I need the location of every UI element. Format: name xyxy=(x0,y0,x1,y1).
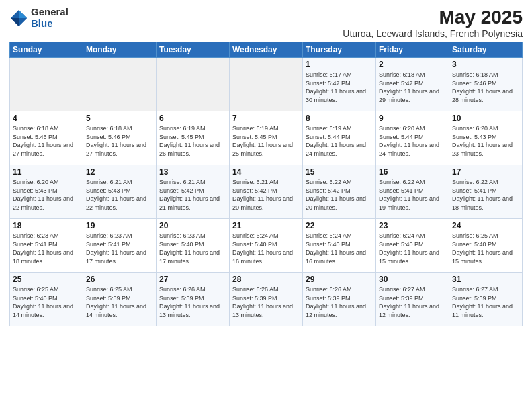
day-number: 1 xyxy=(306,60,373,69)
day-number: 26 xyxy=(86,275,153,284)
day-info: Sunrise: 6:23 AM Sunset: 5:41 PM Dayligh… xyxy=(13,232,80,265)
table-row: 22Sunrise: 6:24 AM Sunset: 5:40 PM Dayli… xyxy=(303,219,376,273)
day-info: Sunrise: 6:20 AM Sunset: 5:43 PM Dayligh… xyxy=(452,124,519,158)
day-number: 9 xyxy=(379,113,446,123)
day-info: Sunrise: 6:26 AM Sunset: 5:39 PM Dayligh… xyxy=(306,285,373,319)
table-row: 3Sunrise: 6:18 AM Sunset: 5:46 PM Daylig… xyxy=(449,58,523,111)
day-number: 4 xyxy=(13,113,80,123)
day-info: Sunrise: 6:19 AM Sunset: 5:45 PM Dayligh… xyxy=(232,124,300,158)
day-number: 19 xyxy=(86,221,153,230)
table-row: 24Sunrise: 6:25 AM Sunset: 5:40 PM Dayli… xyxy=(449,219,523,273)
day-info: Sunrise: 6:18 AM Sunset: 5:46 PM Dayligh… xyxy=(86,124,153,158)
table-row: 1Sunrise: 6:17 AM Sunset: 5:47 PM Daylig… xyxy=(303,58,376,111)
day-info: Sunrise: 6:25 AM Sunset: 5:40 PM Dayligh… xyxy=(13,285,80,319)
week-row-4: 25Sunrise: 6:25 AM Sunset: 5:40 PM Dayli… xyxy=(10,273,523,326)
day-info: Sunrise: 6:21 AM Sunset: 5:43 PM Dayligh… xyxy=(86,178,153,212)
table-row: 21Sunrise: 6:24 AM Sunset: 5:40 PM Dayli… xyxy=(230,219,303,273)
table-row: 11Sunrise: 6:20 AM Sunset: 5:43 PM Dayli… xyxy=(10,165,83,219)
day-number: 16 xyxy=(379,167,446,177)
day-info: Sunrise: 6:21 AM Sunset: 5:42 PM Dayligh… xyxy=(159,178,226,212)
day-number: 25 xyxy=(13,275,80,284)
logo-icon xyxy=(9,9,28,28)
day-info: Sunrise: 6:22 AM Sunset: 5:42 PM Dayligh… xyxy=(306,178,373,212)
day-info: Sunrise: 6:27 AM Sunset: 5:39 PM Dayligh… xyxy=(379,285,446,319)
day-info: Sunrise: 6:17 AM Sunset: 5:47 PM Dayligh… xyxy=(306,71,373,104)
page: General Blue May 2025 Uturoa, Leeward Is… xyxy=(0,0,532,411)
table-row: 6Sunrise: 6:19 AM Sunset: 5:45 PM Daylig… xyxy=(157,111,230,165)
day-info: Sunrise: 6:23 AM Sunset: 5:41 PM Dayligh… xyxy=(86,232,153,265)
table-row: 20Sunrise: 6:23 AM Sunset: 5:40 PM Dayli… xyxy=(157,219,230,273)
day-number: 30 xyxy=(379,275,446,284)
table-row: 8Sunrise: 6:19 AM Sunset: 5:44 PM Daylig… xyxy=(303,111,376,165)
table-row: 25Sunrise: 6:25 AM Sunset: 5:40 PM Dayli… xyxy=(10,273,83,326)
week-row-3: 18Sunrise: 6:23 AM Sunset: 5:41 PM Dayli… xyxy=(10,219,523,273)
day-info: Sunrise: 6:18 AM Sunset: 5:47 PM Dayligh… xyxy=(379,71,446,104)
col-wednesday: Wednesday xyxy=(230,42,303,58)
day-number: 15 xyxy=(306,167,373,177)
day-number: 12 xyxy=(86,167,153,177)
col-saturday: Saturday xyxy=(449,42,523,58)
day-info: Sunrise: 6:19 AM Sunset: 5:45 PM Dayligh… xyxy=(159,124,226,158)
day-number: 7 xyxy=(232,113,300,123)
day-number: 14 xyxy=(232,167,300,177)
day-number: 31 xyxy=(452,275,519,284)
day-info: Sunrise: 6:23 AM Sunset: 5:40 PM Dayligh… xyxy=(159,232,226,265)
svg-marker-1 xyxy=(19,10,27,18)
day-info: Sunrise: 6:26 AM Sunset: 5:39 PM Dayligh… xyxy=(159,285,226,319)
day-info: Sunrise: 6:20 AM Sunset: 5:43 PM Dayligh… xyxy=(13,178,80,212)
logo-general: General xyxy=(31,7,69,18)
table-row xyxy=(10,58,83,111)
table-row: 27Sunrise: 6:26 AM Sunset: 5:39 PM Dayli… xyxy=(157,273,230,326)
table-row: 31Sunrise: 6:27 AM Sunset: 5:39 PM Dayli… xyxy=(449,273,523,326)
table-row: 17Sunrise: 6:22 AM Sunset: 5:41 PM Dayli… xyxy=(449,165,523,219)
table-row: 29Sunrise: 6:26 AM Sunset: 5:39 PM Dayli… xyxy=(303,273,376,326)
table-row: 9Sunrise: 6:20 AM Sunset: 5:44 PM Daylig… xyxy=(376,111,449,165)
table-row: 28Sunrise: 6:26 AM Sunset: 5:39 PM Dayli… xyxy=(230,273,303,326)
day-info: Sunrise: 6:18 AM Sunset: 5:46 PM Dayligh… xyxy=(452,71,519,104)
week-row-0: 1Sunrise: 6:17 AM Sunset: 5:47 PM Daylig… xyxy=(10,58,523,111)
day-info: Sunrise: 6:22 AM Sunset: 5:41 PM Dayligh… xyxy=(452,178,519,212)
day-info: Sunrise: 6:24 AM Sunset: 5:40 PM Dayligh… xyxy=(232,232,300,265)
day-number: 21 xyxy=(232,221,300,230)
day-number: 17 xyxy=(452,167,519,177)
day-info: Sunrise: 6:19 AM Sunset: 5:44 PM Dayligh… xyxy=(306,124,373,158)
logo-text: General Blue xyxy=(31,7,69,29)
day-number: 2 xyxy=(379,60,446,69)
day-number: 10 xyxy=(452,113,519,123)
day-number: 13 xyxy=(159,167,226,177)
subtitle: Uturoa, Leeward Islands, French Polynesi… xyxy=(343,28,523,39)
table-row: 5Sunrise: 6:18 AM Sunset: 5:46 PM Daylig… xyxy=(83,111,157,165)
calendar-table: Sunday Monday Tuesday Wednesday Thursday… xyxy=(9,42,523,326)
week-row-1: 4Sunrise: 6:18 AM Sunset: 5:46 PM Daylig… xyxy=(10,111,523,165)
day-number: 11 xyxy=(13,167,80,177)
day-number: 24 xyxy=(452,221,519,230)
table-row: 12Sunrise: 6:21 AM Sunset: 5:43 PM Dayli… xyxy=(83,165,157,219)
day-info: Sunrise: 6:21 AM Sunset: 5:42 PM Dayligh… xyxy=(232,178,300,212)
table-row: 15Sunrise: 6:22 AM Sunset: 5:42 PM Dayli… xyxy=(303,165,376,219)
day-info: Sunrise: 6:20 AM Sunset: 5:44 PM Dayligh… xyxy=(379,124,446,158)
title-block: May 2025 Uturoa, Leeward Islands, French… xyxy=(343,7,523,39)
table-row: 16Sunrise: 6:22 AM Sunset: 5:41 PM Dayli… xyxy=(376,165,449,219)
col-monday: Monday xyxy=(83,42,157,58)
table-row: 19Sunrise: 6:23 AM Sunset: 5:41 PM Dayli… xyxy=(83,219,157,273)
day-number: 22 xyxy=(306,221,373,230)
day-number: 29 xyxy=(306,275,373,284)
day-info: Sunrise: 6:25 AM Sunset: 5:39 PM Dayligh… xyxy=(86,285,153,319)
table-row: 13Sunrise: 6:21 AM Sunset: 5:42 PM Dayli… xyxy=(157,165,230,219)
col-friday: Friday xyxy=(376,42,449,58)
table-row: 2Sunrise: 6:18 AM Sunset: 5:47 PM Daylig… xyxy=(376,58,449,111)
main-title: May 2025 xyxy=(343,7,523,28)
table-row: 18Sunrise: 6:23 AM Sunset: 5:41 PM Dayli… xyxy=(10,219,83,273)
table-row: 23Sunrise: 6:24 AM Sunset: 5:40 PM Dayli… xyxy=(376,219,449,273)
day-number: 5 xyxy=(86,113,153,123)
header: General Blue May 2025 Uturoa, Leeward Is… xyxy=(9,7,523,39)
day-info: Sunrise: 6:24 AM Sunset: 5:40 PM Dayligh… xyxy=(379,232,446,265)
day-number: 20 xyxy=(159,221,226,230)
day-info: Sunrise: 6:25 AM Sunset: 5:40 PM Dayligh… xyxy=(452,232,519,265)
table-row: 4Sunrise: 6:18 AM Sunset: 5:46 PM Daylig… xyxy=(10,111,83,165)
day-number: 27 xyxy=(159,275,226,284)
logo-blue: Blue xyxy=(31,18,69,30)
table-row xyxy=(230,58,303,111)
table-row: 30Sunrise: 6:27 AM Sunset: 5:39 PM Dayli… xyxy=(376,273,449,326)
day-number: 8 xyxy=(306,113,373,123)
